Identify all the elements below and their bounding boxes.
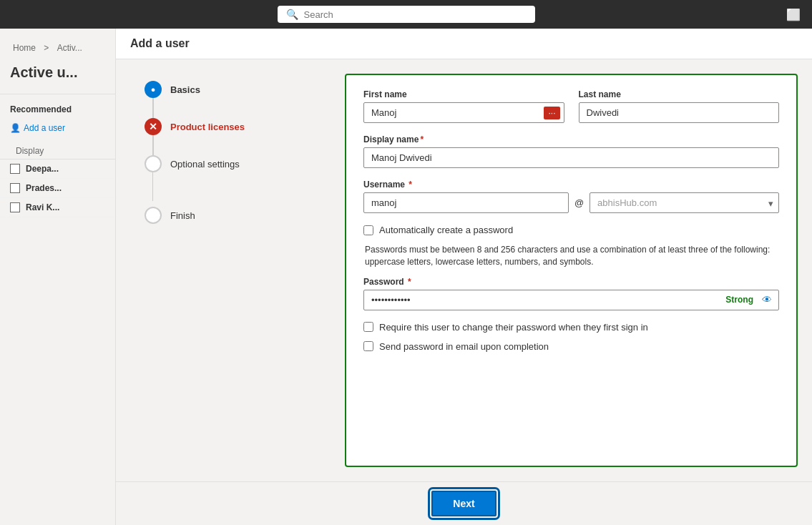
- main-layout: Home > Activ... Active u... Recommended …: [0, 29, 812, 525]
- row-name-3: Ravi K...: [26, 202, 59, 212]
- step-connector-1: [152, 98, 154, 118]
- step-finish[interactable]: Finish: [145, 207, 316, 224]
- password-strength: Strong: [725, 295, 753, 305]
- table-row[interactable]: Deepa...: [0, 160, 115, 179]
- table-row[interactable]: Ravi K...: [0, 198, 115, 217]
- next-button[interactable]: Next: [431, 491, 496, 516]
- username-domains-row: Username * @ abhisHub.com ▾: [363, 180, 779, 213]
- wizard-area: ● Basics ✕ Product licenses Optional set…: [116, 59, 812, 481]
- form-card: First name ··· Last name: [345, 74, 798, 467]
- step-circle-optional-settings: [145, 155, 162, 172]
- sidebar-divider: [0, 94, 115, 94]
- breadcrumb-home[interactable]: Home: [13, 43, 36, 53]
- send-password-checkbox[interactable]: [363, 341, 373, 351]
- at-symbol: @: [574, 197, 584, 208]
- add-user-link[interactable]: 👤 Add a user: [0, 119, 115, 137]
- domain-select[interactable]: abhisHub.com: [590, 192, 779, 213]
- password-input[interactable]: [363, 290, 779, 310]
- row-checkbox-1[interactable]: [10, 164, 20, 174]
- username-row: @ abhisHub.com ▾: [363, 192, 779, 213]
- require-change-checkbox[interactable]: [363, 322, 373, 332]
- form-panel: First name ··· Last name: [331, 59, 812, 481]
- last-name-input[interactable]: [579, 102, 780, 123]
- table-row[interactable]: Prades...: [0, 179, 115, 198]
- first-name-group: First name ···: [363, 89, 564, 123]
- password-group: Password * Strong 👁: [363, 277, 779, 310]
- recommended-label: Recommended: [0, 100, 115, 119]
- step-circle-product-licenses: ✕: [145, 118, 162, 135]
- send-password-row: Send password in email upon completion: [363, 341, 779, 352]
- search-icon: 🔍: [286, 9, 298, 20]
- left-sidebar: Home > Activ... Active u... Recommended …: [0, 29, 116, 525]
- password-field-wrap: Strong 👁: [363, 290, 779, 310]
- username-group: Username * @ abhisHub.com ▾: [363, 180, 779, 213]
- row-name-1: Deepa...: [26, 164, 59, 174]
- step-connector-3: [152, 172, 153, 201]
- row-checkbox-3[interactable]: [10, 202, 20, 212]
- display-name-row: Display name*: [363, 134, 779, 168]
- page-title: Active u...: [0, 60, 115, 91]
- breadcrumb-active[interactable]: Activ...: [57, 43, 82, 53]
- name-row: First name ··· Last name: [363, 89, 779, 123]
- page-header: Add a user: [116, 29, 812, 59]
- step-label-finish: Finish: [170, 210, 195, 221]
- first-name-input-wrap: ···: [363, 102, 564, 123]
- topbar: 🔍 ⬜: [0, 0, 812, 29]
- step-label-product-licenses: Product licenses: [170, 122, 245, 132]
- search-input[interactable]: [304, 9, 527, 20]
- first-name-input[interactable]: [363, 102, 564, 123]
- send-password-label[interactable]: Send password in email upon completion: [379, 341, 549, 352]
- display-name-group: Display name*: [363, 134, 779, 168]
- auto-password-checkbox[interactable]: [363, 225, 373, 235]
- table-area: Display Deepa... Prades... Ravi K...: [0, 137, 115, 223]
- require-change-label[interactable]: Require this user to change their passwo…: [379, 322, 648, 333]
- password-required: *: [406, 277, 411, 287]
- password-label: Password *: [363, 277, 779, 287]
- display-col-header: Display: [16, 146, 44, 156]
- step-label-basics: Basics: [170, 84, 200, 95]
- last-name-group: Last name: [579, 89, 780, 123]
- require-change-row: Require this user to change their passwo…: [363, 322, 779, 333]
- eye-icon[interactable]: 👁: [762, 294, 772, 305]
- step-product-licenses[interactable]: ✕ Product licenses: [145, 118, 316, 135]
- breadcrumb: Home > Activ...: [0, 36, 115, 60]
- terminal-icon[interactable]: ⬜: [786, 8, 801, 21]
- username-required: *: [406, 180, 412, 190]
- display-name-required: *: [420, 134, 424, 144]
- first-name-dots-button[interactable]: ···: [544, 107, 559, 119]
- row-name-2: Prades...: [26, 183, 62, 193]
- step-circle-basics: ●: [145, 81, 162, 98]
- breadcrumb-separator: >: [44, 43, 49, 53]
- first-name-label: First name: [363, 89, 564, 99]
- step-optional-settings[interactable]: Optional settings: [145, 155, 316, 172]
- step-label-optional-settings: Optional settings: [170, 159, 240, 170]
- add-user-label[interactable]: Add a user: [24, 123, 65, 133]
- wizard-steps: ● Basics ✕ Product licenses Optional set…: [116, 59, 331, 481]
- domain-select-wrap: abhisHub.com ▾: [590, 192, 779, 213]
- password-row: Password * Strong 👁: [363, 277, 779, 310]
- display-name-input[interactable]: [363, 147, 779, 168]
- table-header: Display: [0, 143, 115, 160]
- step-circle-finish: [145, 207, 162, 224]
- password-hint: Passwords must be between 8 and 256 char…: [363, 244, 779, 268]
- step-basics[interactable]: ● Basics: [145, 81, 316, 98]
- auto-password-label[interactable]: Automatically create a password: [379, 225, 513, 235]
- auto-password-row: Automatically create a password: [363, 225, 779, 235]
- bottom-bar: Next: [116, 481, 812, 525]
- user-icon: 👤: [10, 123, 21, 133]
- search-box[interactable]: 🔍: [278, 6, 535, 23]
- step-connector-2: [152, 135, 154, 155]
- username-label: Username *: [363, 180, 779, 190]
- display-name-label: Display name*: [363, 134, 779, 144]
- content-area: Add a user ● Basics ✕ Product licenses: [116, 29, 812, 525]
- username-input[interactable]: [363, 192, 569, 213]
- last-name-label: Last name: [579, 89, 780, 99]
- row-checkbox-2[interactable]: [10, 183, 20, 193]
